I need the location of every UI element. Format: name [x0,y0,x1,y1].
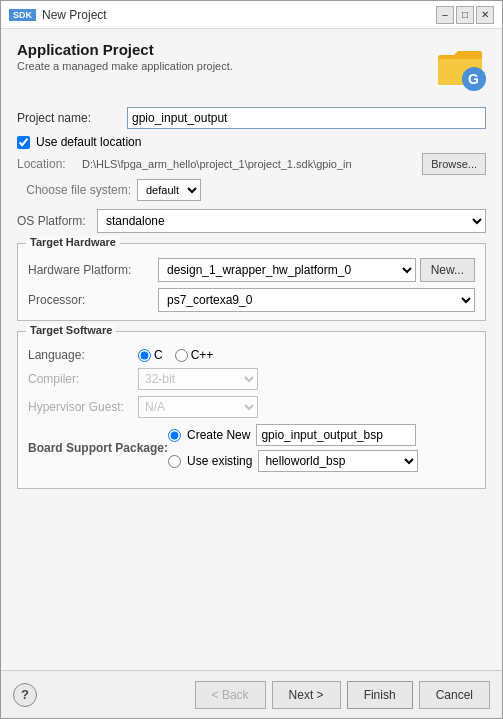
page-subtitle: Create a managed make application projec… [17,60,233,72]
os-platform-select[interactable]: standalone [97,209,486,233]
help-button[interactable]: ? [13,683,37,707]
next-button[interactable]: Next > [272,681,341,709]
project-name-row: Project name: [17,107,486,129]
compiler-row: Compiler: 32-bit [28,368,475,390]
processor-label: Processor: [28,293,158,307]
filesystem-select[interactable]: default [137,179,201,201]
bsp-use-radio[interactable] [168,455,181,468]
folder-icon: G [436,41,486,91]
dialog-footer: ? < Back Next > Finish Cancel [1,670,502,718]
language-label: Language: [28,348,138,362]
target-hardware-title: Target Hardware [26,236,120,248]
hardware-platform-label: Hardware Platform: [28,263,158,277]
page-header: Application Project Create a managed mak… [17,41,486,91]
footer-buttons: < Back Next > Finish Cancel [195,681,490,709]
page-header-icon: G [436,41,486,91]
footer-left: ? [13,683,37,707]
title-bar: SDK New Project – □ ✕ [1,1,502,29]
maximize-button[interactable]: □ [456,6,474,24]
filesystem-row: Choose file system: default [17,179,486,201]
bsp-row: Board Support Package: Create New Use ex… [28,424,475,472]
svg-text:G: G [468,71,479,87]
hardware-platform-select[interactable]: design_1_wrapper_hw_platform_0 [158,258,416,282]
hypervisor-select[interactable]: N/A [138,396,258,418]
hardware-platform-row: Hardware Platform: design_1_wrapper_hw_p… [28,258,475,282]
target-software-title: Target Software [26,324,116,336]
location-row: Location: D:\HLS\fpga_arm_hello\project_… [17,153,486,175]
page-header-text: Application Project Create a managed mak… [17,41,233,72]
compiler-select[interactable]: 32-bit [138,368,258,390]
processor-select[interactable]: ps7_cortexa9_0 [158,288,475,312]
title-bar-controls: – □ ✕ [436,6,494,24]
project-name-input[interactable] [127,107,486,129]
sdk-icon: SDK [9,9,36,21]
cancel-button[interactable]: Cancel [419,681,490,709]
language-c-label: C [154,348,163,362]
os-platform-label: OS Platform: [17,214,97,228]
os-platform-row: OS Platform: standalone [17,209,486,233]
target-hardware-group: Target Hardware Hardware Platform: desig… [17,243,486,321]
bsp-label: Board Support Package: [28,441,168,455]
bsp-use-row: Use existing helloworld_bsp [168,450,475,472]
dialog-content: Application Project Create a managed mak… [1,29,502,670]
language-cpp-radio[interactable] [175,349,188,362]
language-c-option[interactable]: C [138,348,163,362]
window-title: New Project [42,8,107,22]
minimize-button[interactable]: – [436,6,454,24]
use-default-location-row: Use default location [17,135,486,149]
new-platform-button[interactable]: New... [420,258,475,282]
hypervisor-row: Hypervisor Guest: N/A [28,396,475,418]
filesystem-label: Choose file system: [17,183,137,197]
language-row: Language: C C++ [28,348,475,362]
main-window: SDK New Project – □ ✕ Application Projec… [0,0,503,719]
hypervisor-label: Hypervisor Guest: [28,400,138,414]
language-c-radio[interactable] [138,349,151,362]
bsp-use-select[interactable]: helloworld_bsp [258,450,418,472]
page-title: Application Project [17,41,233,58]
language-cpp-option[interactable]: C++ [175,348,214,362]
target-software-group: Target Software Language: C C++ Com [17,331,486,489]
bsp-options: Create New Use existing helloworld_bsp [168,424,475,472]
project-name-label: Project name: [17,111,127,125]
bsp-create-input[interactable] [256,424,416,446]
bsp-create-label[interactable]: Create New [187,428,250,442]
language-cpp-label: C++ [191,348,214,362]
bsp-use-label[interactable]: Use existing [187,454,252,468]
bsp-create-radio[interactable] [168,429,181,442]
compiler-label: Compiler: [28,372,138,386]
browse-button[interactable]: Browse... [422,153,486,175]
processor-row: Processor: ps7_cortexa9_0 [28,288,475,312]
bsp-create-row: Create New [168,424,475,446]
use-default-location-checkbox[interactable] [17,136,30,149]
use-default-location-label[interactable]: Use default location [36,135,141,149]
location-path: D:\HLS\fpga_arm_hello\project_1\project_… [82,158,418,170]
location-label: Location: [17,157,82,171]
close-button[interactable]: ✕ [476,6,494,24]
finish-button[interactable]: Finish [347,681,413,709]
back-button[interactable]: < Back [195,681,266,709]
title-bar-left: SDK New Project [9,8,107,22]
language-radio-group: C C++ [138,348,213,362]
